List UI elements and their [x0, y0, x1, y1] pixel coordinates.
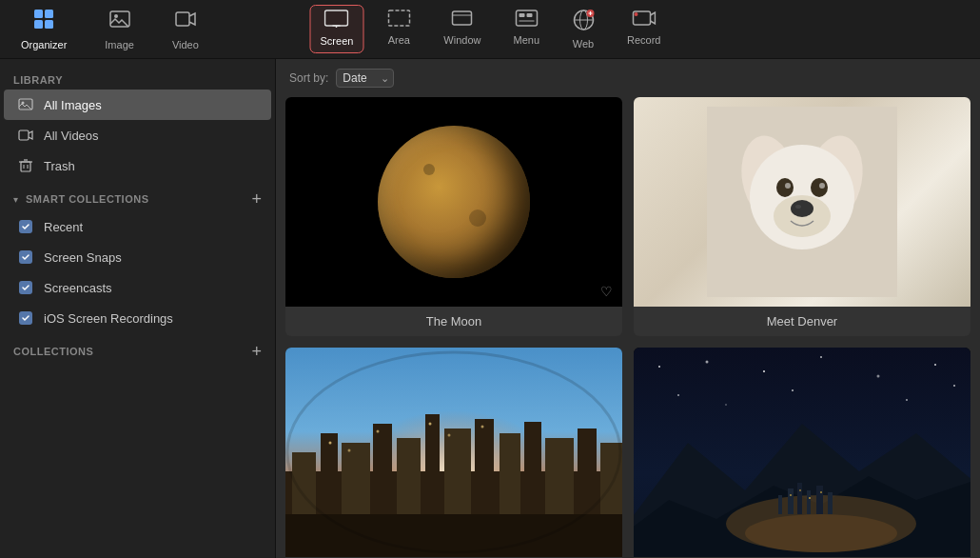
toolbar-video[interactable]: Video: [163, 4, 208, 54]
svg-point-95: [799, 489, 801, 491]
trash-icon: [17, 157, 34, 174]
svg-rect-0: [34, 10, 43, 18]
svg-point-87: [745, 514, 897, 552]
toolbar-screen[interactable]: Screen: [310, 5, 364, 53]
svg-rect-1: [45, 10, 53, 18]
svg-rect-90: [797, 483, 802, 514]
smart-collections-title: SMART COLLECTIONS: [26, 193, 149, 205]
grid-item-moon[interactable]: ♡ The Moon: [285, 97, 622, 336]
svg-point-68: [429, 423, 432, 426]
sidebar-item-trash[interactable]: Trash: [4, 150, 271, 181]
record-icon: [632, 9, 657, 31]
svg-point-41: [776, 178, 794, 197]
svg-point-42: [811, 178, 828, 197]
svg-point-5: [114, 14, 118, 18]
sidebar-item-recent[interactable]: Recent: [4, 211, 271, 242]
moon-circle: [378, 126, 530, 278]
svg-rect-28: [21, 162, 30, 171]
svg-point-94: [790, 494, 792, 496]
toolbar-record[interactable]: Record: [617, 5, 670, 53]
svg-point-69: [448, 434, 451, 437]
image-grid: ♡ The Moon: [285, 97, 970, 558]
screencasts-label: Screencasts: [44, 281, 112, 295]
svg-rect-92: [816, 486, 823, 514]
moon-label: The Moon: [285, 307, 622, 336]
organizer-icon: [32, 8, 55, 36]
svg-point-74: [706, 361, 709, 364]
svg-point-79: [677, 394, 679, 396]
collections-add-button[interactable]: +: [251, 343, 262, 360]
toolbar-image[interactable]: Image: [95, 4, 144, 54]
svg-point-77: [877, 375, 880, 378]
all-videos-icon: [17, 127, 34, 144]
recent-icon: [17, 218, 34, 235]
svg-rect-15: [526, 13, 532, 17]
screen-snaps-label: Screen Snaps: [44, 250, 122, 265]
library-section-header: LIBRARY: [0, 67, 275, 90]
svg-rect-13: [516, 10, 537, 26]
night-image: [634, 348, 970, 557]
svg-point-81: [906, 399, 908, 401]
video-icon: [174, 8, 197, 36]
grid-item-night[interactable]: [634, 348, 970, 558]
heart-icon[interactable]: ♡: [600, 284, 613, 299]
window-label: Window: [443, 34, 480, 46]
svg-point-73: [658, 366, 660, 368]
svg-point-96: [809, 497, 811, 499]
svg-point-43: [785, 183, 791, 189]
screen-snaps-icon: [17, 249, 34, 266]
svg-rect-88: [778, 495, 782, 514]
grid-item-denver[interactable]: Meet Denver: [634, 97, 970, 336]
screen-icon: [324, 10, 349, 32]
svg-rect-3: [45, 20, 53, 29]
svg-rect-27: [19, 130, 29, 140]
smart-collections-header: ▾ SMART COLLECTIONS +: [0, 181, 275, 211]
svg-point-70: [481, 426, 484, 428]
svg-point-46: [791, 200, 813, 217]
svg-point-78: [934, 364, 936, 366]
dog-image: [634, 97, 970, 307]
svg-point-80: [792, 389, 794, 391]
svg-rect-64: [285, 514, 622, 557]
image-icon: [108, 8, 131, 36]
svg-rect-14: [519, 13, 524, 17]
grid-item-city[interactable]: [285, 348, 622, 558]
area-label: Area: [388, 34, 410, 46]
sidebar-item-all-images[interactable]: All Images: [4, 90, 271, 120]
toolbar-window[interactable]: Window: [434, 5, 490, 53]
toolbar-organizer[interactable]: Organizer: [11, 4, 76, 54]
organizer-label: Organizer: [21, 39, 67, 50]
ios-recordings-label: iOS Screen Recordings: [44, 311, 173, 326]
toolbar-web[interactable]: Web: [562, 5, 604, 53]
svg-point-83: [953, 385, 955, 387]
sidebar-item-screen-snaps[interactable]: Screen Snaps: [4, 242, 271, 272]
svg-point-67: [377, 430, 380, 433]
collections-header: COLLECTIONS +: [0, 333, 275, 364]
sidebar-item-screencasts[interactable]: Screencasts: [4, 272, 271, 303]
content-area: Sort by: Date Name Size Type ♡ The Moon: [276, 59, 980, 558]
screen-label: Screen: [321, 35, 354, 47]
denver-label: Meet Denver: [634, 307, 970, 336]
video-label: Video: [172, 39, 199, 50]
main-area: LIBRARY All Images All Videos: [0, 59, 980, 558]
smart-collections-arrow[interactable]: ▾: [13, 194, 18, 205]
svg-rect-7: [325, 10, 348, 26]
toolbar-area[interactable]: Area: [377, 5, 421, 53]
web-label: Web: [573, 38, 594, 50]
toolbar: Organizer Image Video: [0, 0, 980, 59]
image-label: Image: [105, 39, 134, 50]
sidebar-item-ios-recordings[interactable]: iOS Screen Recordings: [4, 303, 271, 333]
screencasts-icon: [17, 279, 34, 296]
svg-rect-2: [34, 20, 43, 29]
toolbar-menu[interactable]: Menu: [503, 5, 549, 53]
sort-select[interactable]: Date Name Size Type: [336, 69, 394, 88]
smart-collections-add-button[interactable]: +: [251, 190, 262, 208]
svg-point-97: [820, 491, 822, 493]
recent-label: Recent: [44, 220, 83, 234]
collections-title: COLLECTIONS: [13, 346, 93, 357]
toolbar-center-group: Screen Area Window: [310, 5, 671, 53]
svg-rect-91: [807, 490, 811, 514]
menu-label: Menu: [513, 34, 539, 46]
svg-point-47: [795, 205, 801, 209]
sidebar-item-all-videos[interactable]: All Videos: [4, 120, 271, 150]
